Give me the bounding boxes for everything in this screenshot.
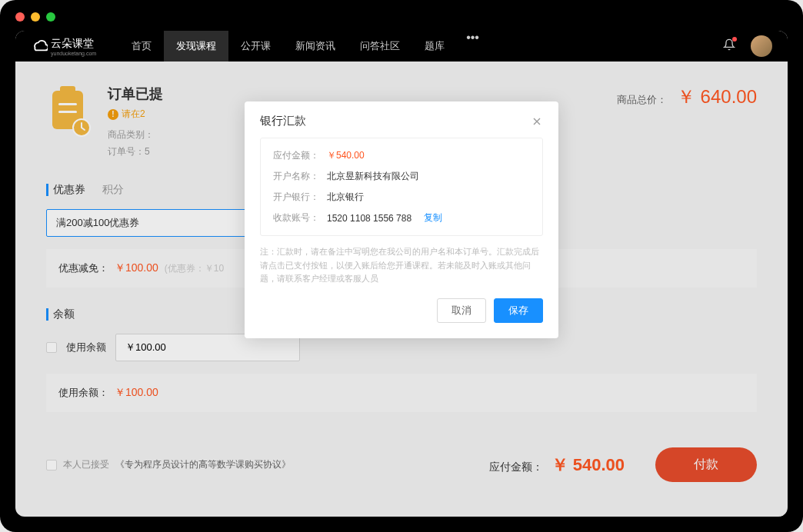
notification-bell[interactable] <box>723 38 735 54</box>
nav-public-class[interactable]: 公开课 <box>228 31 283 62</box>
modal-account-name-value: 北京昱新科技有限公司 <box>327 170 419 183</box>
minimize-window-icon[interactable] <box>31 12 40 22</box>
modal-account-no-value: 1520 1108 1556 788 <box>327 213 411 224</box>
modal-bank-value: 北京银行 <box>327 191 364 204</box>
save-button[interactable]: 保存 <box>494 298 543 323</box>
nav-bank[interactable]: 题库 <box>412 31 457 62</box>
logo-subtext: yunduoketang.com <box>51 51 96 56</box>
nav-news[interactable]: 新闻资讯 <box>283 31 348 62</box>
cancel-button[interactable]: 取消 <box>437 298 486 323</box>
modal-account-name-label: 开户名称： <box>273 170 319 183</box>
modal-amount-label: 应付金额： <box>273 149 319 162</box>
modal-overlay[interactable]: 银行汇款 应付金额： ￥540.00 开户名称： 北京昱新科技有限公司 <box>15 62 788 517</box>
nav-home[interactable]: 首页 <box>119 31 164 62</box>
logo-text: 云朵课堂 <box>51 37 96 51</box>
modal-title: 银行汇款 <box>260 114 306 128</box>
maximize-window-icon[interactable] <box>46 12 55 22</box>
modal-account-no-label: 收款账号： <box>273 211 319 224</box>
nav-items: 首页 发现课程 公开课 新闻资讯 问答社区 题库 ••• <box>119 31 488 62</box>
logo[interactable]: 云朵课堂 yunduoketang.com <box>31 37 96 56</box>
notification-dot-icon <box>732 37 737 42</box>
nav-qa[interactable]: 问答社区 <box>348 31 412 62</box>
traffic-lights <box>15 12 55 22</box>
user-avatar[interactable] <box>751 35 772 57</box>
bank-transfer-modal: 银行汇款 应付金额： ￥540.00 开户名称： 北京昱新科技有限公司 <box>245 101 558 338</box>
nav-discover[interactable]: 发现课程 <box>164 31 228 62</box>
copy-button[interactable]: 复制 <box>424 211 442 224</box>
close-icon[interactable] <box>531 115 543 128</box>
close-window-icon[interactable] <box>15 12 25 22</box>
modal-note: 注：汇款时，请在备注中写明您在我公司的用户名和本订单号。汇款完成后请点击已支付按… <box>260 245 543 286</box>
cloud-logo-icon <box>31 38 48 55</box>
modal-bank-label: 开户银行： <box>273 191 319 204</box>
modal-amount-value: ￥540.00 <box>327 149 365 162</box>
nav-more-icon[interactable]: ••• <box>457 31 488 62</box>
top-nav: 云朵课堂 yunduoketang.com 首页 发现课程 公开课 新闻资讯 问… <box>15 31 788 62</box>
bank-info-box: 应付金额： ￥540.00 开户名称： 北京昱新科技有限公司 开户银行： 北京银… <box>260 138 543 236</box>
